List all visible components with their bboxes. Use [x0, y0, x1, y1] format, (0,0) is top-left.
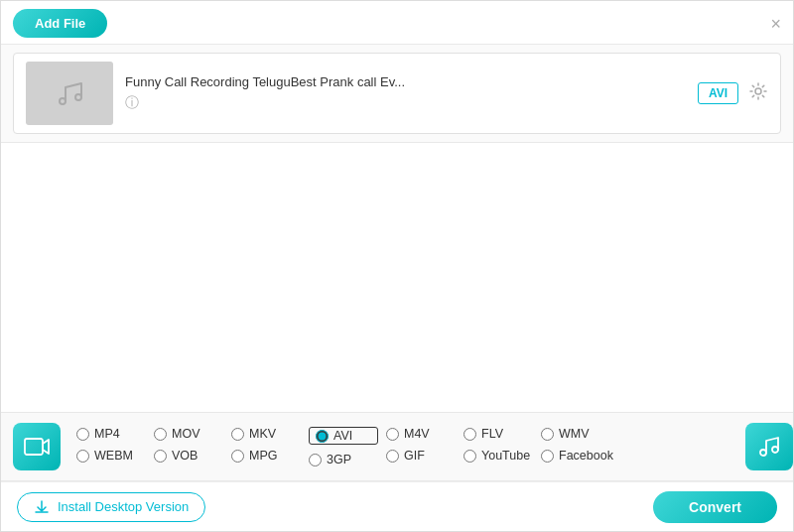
video-icon	[24, 434, 50, 460]
format-wmv[interactable]: WMV	[541, 427, 613, 441]
file-item: Funny Call Recording TeluguBest Prank ca…	[13, 53, 781, 134]
format-col-6: FLV YouTube	[463, 427, 541, 466]
format-webm[interactable]: WEBM	[76, 449, 146, 463]
formats-grid: MP4 WEBM MOV VOB MKV MPG	[76, 427, 735, 466]
footer: Install Desktop Version Convert	[1, 481, 793, 531]
file-thumbnail	[26, 62, 113, 125]
audio-icon-box[interactable]	[745, 423, 793, 470]
settings-button[interactable]	[748, 81, 768, 106]
add-file-button[interactable]: Add File	[13, 9, 107, 38]
music-icon	[52, 75, 87, 111]
format-col-5: M4V GIF	[386, 427, 463, 466]
gear-icon	[748, 81, 768, 101]
format-facebook[interactable]: Facebook	[541, 449, 613, 463]
format-col-1: MP4 WEBM	[76, 427, 154, 466]
download-icon	[34, 499, 50, 515]
svg-rect-3	[25, 439, 43, 455]
format-mkv[interactable]: MKV	[231, 427, 301, 441]
format-mp4[interactable]: MP4	[76, 427, 146, 441]
file-actions: AVI	[698, 81, 768, 106]
file-info: Funny Call Recording TeluguBest Prank ca…	[125, 74, 686, 112]
file-name: Funny Call Recording TeluguBest Prank ca…	[125, 74, 686, 89]
svg-point-2	[755, 88, 761, 94]
close-button[interactable]: ×	[770, 15, 781, 33]
format-mpg[interactable]: MPG	[231, 449, 301, 463]
format-avi[interactable]: AVI	[309, 427, 378, 445]
format-col-2: MOV VOB	[154, 427, 231, 466]
format-vob[interactable]: VOB	[154, 449, 223, 463]
info-icon[interactable]: ⓘ	[125, 94, 139, 110]
svg-point-4	[760, 450, 766, 456]
audio-icon	[757, 435, 781, 459]
install-desktop-button[interactable]: Install Desktop Version	[17, 492, 205, 522]
format-col-3: MKV MPG	[231, 427, 309, 466]
format-col-4: AVI 3GP	[309, 427, 386, 466]
video-icon-box	[13, 423, 61, 470]
format-m4v[interactable]: M4V	[386, 427, 456, 441]
top-bar: Add File ×	[1, 1, 793, 44]
format-3gp[interactable]: 3GP	[309, 453, 378, 466]
content-area	[1, 143, 793, 421]
format-youtube[interactable]: YouTube	[463, 449, 533, 463]
format-badge: AVI	[698, 82, 738, 104]
format-col-7: WMV Facebook	[541, 427, 621, 466]
install-label: Install Desktop Version	[58, 499, 189, 514]
convert-button[interactable]: Convert	[653, 491, 777, 523]
svg-point-1	[75, 94, 81, 100]
file-list: Funny Call Recording TeluguBest Prank ca…	[1, 44, 793, 143]
svg-point-0	[60, 98, 66, 104]
format-bar: MP4 WEBM MOV VOB MKV MPG	[1, 412, 793, 481]
format-gif[interactable]: GIF	[386, 449, 456, 463]
format-mov[interactable]: MOV	[154, 427, 223, 441]
format-flv[interactable]: FLV	[463, 427, 533, 441]
